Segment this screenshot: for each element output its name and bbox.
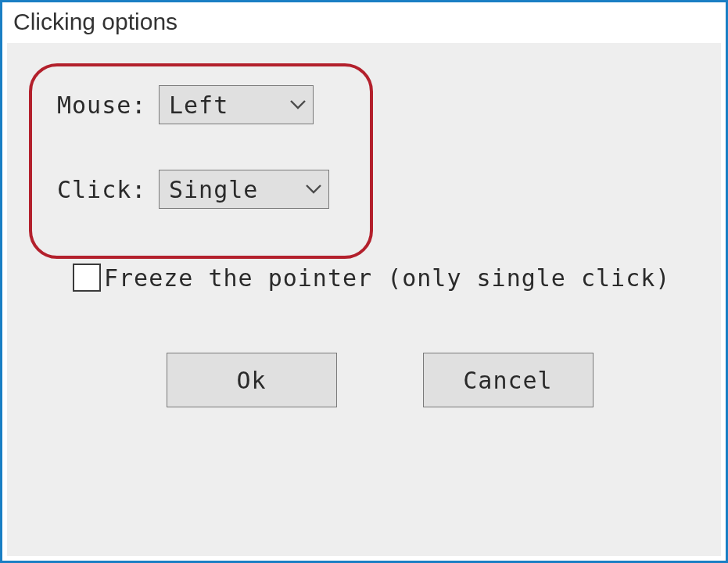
cancel-button[interactable]: Cancel bbox=[423, 353, 594, 407]
dialog-window: Clicking options Mouse: Left Click: Sing… bbox=[0, 0, 728, 563]
client-area: Mouse: Left Click: Single Freeze the poi… bbox=[7, 43, 721, 556]
mouse-dropdown[interactable]: Left bbox=[159, 85, 314, 124]
click-row: Click: Single bbox=[57, 170, 690, 209]
mouse-row: Mouse: Left bbox=[57, 85, 690, 124]
freeze-checkbox[interactable] bbox=[73, 264, 101, 292]
button-row: Ok Cancel bbox=[70, 353, 690, 407]
ok-button[interactable]: Ok bbox=[167, 353, 337, 407]
click-label: Click: bbox=[57, 176, 159, 203]
click-dropdown[interactable]: Single bbox=[159, 170, 329, 209]
mouse-dropdown-value: Left bbox=[169, 91, 228, 119]
titlebar: Clicking options bbox=[2, 2, 726, 43]
mouse-label: Mouse: bbox=[57, 91, 159, 119]
chevron-down-icon bbox=[289, 99, 307, 110]
freeze-label: Freeze the pointer (only single click) bbox=[104, 264, 670, 292]
click-dropdown-value: Single bbox=[169, 176, 258, 203]
freeze-row: Freeze the pointer (only single click) bbox=[73, 264, 690, 292]
window-title: Clicking options bbox=[13, 9, 178, 34]
chevron-down-icon bbox=[305, 184, 322, 195]
